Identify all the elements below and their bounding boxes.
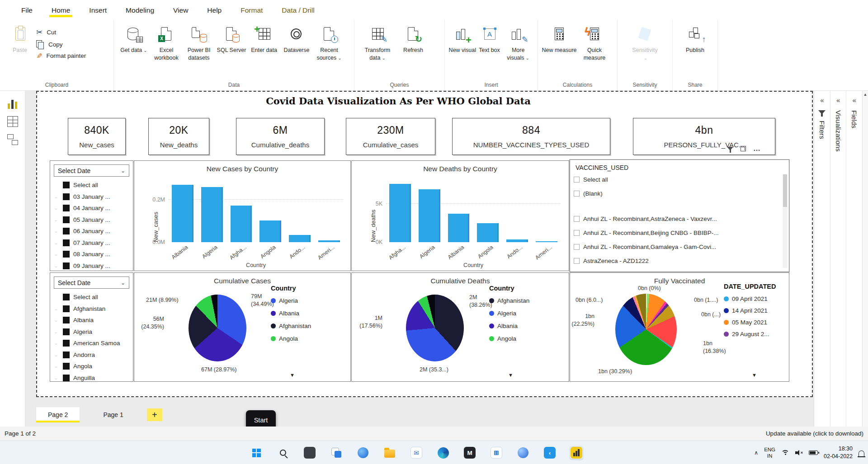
list-item[interactable]: AstraZeneca - AZD1222 bbox=[570, 254, 789, 268]
checkbox[interactable] bbox=[63, 328, 70, 335]
checkbox[interactable] bbox=[63, 375, 70, 381]
bar[interactable] bbox=[448, 214, 470, 242]
menu-format[interactable]: Format bbox=[231, 1, 272, 19]
checkbox[interactable] bbox=[63, 340, 70, 347]
cumulative-cases-pie-chart[interactable]: Cumulative Cases 21M (8.99%) 56M (24.35%… bbox=[134, 272, 351, 382]
legend-item[interactable]: Angola bbox=[271, 335, 311, 342]
cut-button[interactable]: ✂Cut bbox=[36, 28, 86, 37]
list-item[interactable]: (Blank) bbox=[570, 187, 789, 201]
filter-icon[interactable] bbox=[727, 147, 733, 150]
checkbox[interactable] bbox=[63, 205, 70, 211]
copy-button[interactable]: Copy bbox=[36, 40, 86, 48]
pie[interactable] bbox=[189, 295, 246, 361]
language-indicator[interactable]: ENGIN bbox=[764, 446, 775, 459]
publish-button[interactable]: ↑ Publish bbox=[679, 22, 712, 80]
clock[interactable]: 18:3002-04-2022 bbox=[824, 445, 853, 460]
bar[interactable] bbox=[172, 185, 193, 242]
country-slicer-visual[interactable]: Select Date ⌄ ⌄Select all⌄Afghanistan⌄Al… bbox=[50, 272, 133, 382]
filters-pane-collapsed[interactable]: « Filters bbox=[814, 91, 830, 427]
list-item[interactable] bbox=[570, 201, 789, 212]
menu-modeling[interactable]: Modeling bbox=[116, 1, 164, 19]
kpi-card-new-cases[interactable]: 840K New_cases bbox=[68, 118, 126, 155]
kpi-card-vaccine-types[interactable]: 884 NUMBER_VACCINES_TYPES_USED bbox=[452, 118, 610, 155]
list-item[interactable]: Select all bbox=[570, 173, 789, 187]
legend-scroll-down-icon[interactable]: ▼ bbox=[508, 372, 513, 378]
sql-server-button[interactable]: SQL Server bbox=[215, 22, 248, 80]
file-explorer-icon[interactable] bbox=[383, 446, 396, 459]
legend-item[interactable]: Algeria bbox=[489, 310, 529, 317]
expand-chevron-icon[interactable]: ⌄ bbox=[52, 217, 59, 223]
expand-chevron-icon[interactable]: ⌄ bbox=[52, 375, 59, 381]
new-cases-bar-chart[interactable]: New Cases by Country New_cases 0.2M0.0MA… bbox=[134, 160, 351, 271]
checkbox[interactable] bbox=[63, 363, 70, 370]
kpi-card-cumulative-deaths[interactable]: 6M Cumulative_deaths bbox=[236, 118, 325, 155]
power-bi-app-icon[interactable] bbox=[570, 446, 583, 459]
list-item[interactable]: ⌄07 January ... bbox=[50, 237, 133, 249]
expand-chevron-icon[interactable]: ⌄ bbox=[52, 329, 59, 335]
expand-chevron-icon[interactable]: ⌄ bbox=[52, 340, 59, 346]
checkbox[interactable] bbox=[63, 182, 70, 188]
scrollbar[interactable] bbox=[783, 174, 788, 268]
desktop-app-icon[interactable] bbox=[303, 446, 316, 459]
enter-data-button[interactable]: + Enter data bbox=[248, 22, 280, 80]
new-visual-button[interactable]: + New visual bbox=[448, 22, 476, 80]
checkbox[interactable] bbox=[63, 317, 70, 323]
menu-help[interactable]: Help bbox=[198, 1, 231, 19]
checkbox[interactable] bbox=[63, 193, 70, 200]
wifi-icon[interactable] bbox=[781, 450, 789, 456]
windows-start-icon[interactable] bbox=[250, 446, 263, 459]
expand-chevron-icon[interactable]: ⌄ bbox=[52, 317, 59, 323]
fields-pane-collapsed[interactable]: « Fields bbox=[846, 91, 863, 427]
expand-chevron-icon[interactable]: ⌄ bbox=[52, 263, 59, 269]
expand-chevron-icon[interactable]: ⌄ bbox=[52, 352, 59, 358]
get-data-button[interactable]: Get data⌄ bbox=[118, 22, 150, 80]
list-item[interactable]: ⌄Algeria bbox=[50, 326, 133, 338]
legend-scroll-down-icon[interactable]: ▼ bbox=[290, 372, 295, 378]
expand-chevron-icon[interactable]: ⌄ bbox=[52, 205, 59, 211]
transform-data-button[interactable]: ✎ Transform data⌄ bbox=[358, 22, 397, 80]
list-item[interactable]: Anhui ZL - Recombinant,AstraZeneca - Vax… bbox=[570, 212, 789, 226]
list-item[interactable]: ⌄03 January ... bbox=[50, 191, 133, 203]
text-box-button[interactable]: A Text box bbox=[476, 22, 503, 80]
checkbox[interactable] bbox=[63, 262, 70, 269]
list-item[interactable]: ⌄Select all bbox=[50, 291, 133, 303]
list-item[interactable]: ⌄09 January ... bbox=[50, 260, 133, 272]
legend-item[interactable]: Albania bbox=[489, 323, 529, 329]
add-page-button[interactable]: + bbox=[147, 408, 162, 421]
legend-item[interactable]: 14 April 2021 bbox=[724, 307, 776, 314]
legend-item[interactable]: Algeria bbox=[271, 297, 311, 304]
sensitivity-button[interactable]: Sensitivity⌄ bbox=[624, 22, 666, 80]
checkbox[interactable] bbox=[63, 216, 70, 223]
more-visuals-button[interactable]: ✎ More visuals⌄ bbox=[502, 22, 534, 80]
expand-chevron-icon[interactable]: ⌄ bbox=[52, 363, 59, 369]
expand-pane-icon[interactable]: « bbox=[853, 96, 856, 104]
country-slicer-dropdown[interactable]: Select Date ⌄ bbox=[54, 277, 129, 289]
dataverse-button[interactable]: Dataverse bbox=[280, 22, 313, 80]
list-item[interactable]: Anhui ZL - Recombinant,Gamaleya - Gam-Co… bbox=[570, 240, 789, 254]
focus-mode-icon[interactable] bbox=[741, 146, 746, 151]
list-item[interactable]: ⌄American Samoa bbox=[50, 337, 133, 349]
recent-sources-button[interactable]: Recent sources⌄ bbox=[313, 22, 345, 80]
legend-item[interactable]: 05 May 2021 bbox=[724, 319, 776, 326]
bar[interactable] bbox=[289, 235, 311, 242]
tab-page-1[interactable]: Page 1 bbox=[91, 407, 135, 422]
new-deaths-bar-chart[interactable]: New Deaths by Country New_deaths 5K0KAfg… bbox=[351, 160, 569, 271]
menu-data-drill[interactable]: Data / Drill bbox=[272, 1, 324, 19]
expand-chevron-icon[interactable]: ⌄ bbox=[52, 306, 59, 312]
bar[interactable] bbox=[506, 239, 528, 242]
refresh-button[interactable]: ↻ Refresh bbox=[397, 22, 429, 80]
store-app-icon[interactable]: ⊞ bbox=[490, 446, 503, 459]
pie[interactable] bbox=[615, 294, 677, 365]
legend-scroll-down-icon[interactable]: ▼ bbox=[752, 372, 757, 378]
task-view-icon[interactable] bbox=[330, 446, 343, 459]
edge-browser-icon[interactable] bbox=[436, 446, 450, 459]
checkbox[interactable] bbox=[63, 294, 70, 300]
list-item[interactable]: ⌄Angola bbox=[50, 361, 133, 372]
menu-home[interactable]: Home bbox=[42, 1, 80, 19]
checkbox[interactable] bbox=[63, 228, 70, 234]
tab-page-2[interactable]: Page 2 bbox=[36, 407, 80, 422]
bar[interactable] bbox=[536, 241, 557, 242]
tray-expand-icon[interactable]: ∧ bbox=[754, 450, 758, 456]
list-item[interactable]: ⌄Anguilla bbox=[50, 372, 133, 384]
new-measure-button[interactable]: New measure bbox=[542, 22, 577, 80]
